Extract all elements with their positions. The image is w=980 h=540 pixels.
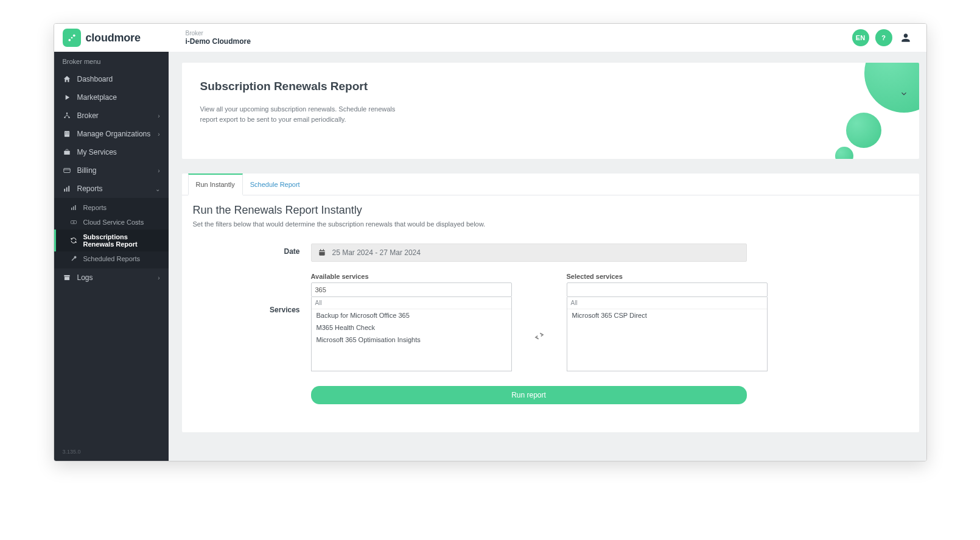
svg-rect-6: [64, 131, 69, 136]
svg-rect-14: [66, 188, 67, 192]
svg-rect-23: [319, 250, 324, 256]
building-icon: [63, 130, 71, 138]
report-panel: Run Instantly Schedule Report Run the Re…: [182, 174, 919, 432]
sidebar-sub-label: Subscriptions Renewals Report: [83, 233, 160, 248]
sidebar-sub-subscriptions-renewals-report[interactable]: Subscriptions Renewals Report: [54, 230, 169, 251]
credit-card-icon: [63, 166, 71, 175]
top-header: cloudmore Broker i-Demo Cloudmore EN ?: [54, 24, 926, 52]
calendar-icon: [312, 244, 332, 261]
list-item[interactable]: Backup for Microsoft Office 365: [312, 309, 511, 321]
home-icon: [63, 75, 71, 83]
decorative-circle: [835, 147, 853, 159]
org-breadcrumb[interactable]: Broker i-Demo Cloudmore: [169, 30, 852, 46]
selected-services-search[interactable]: [567, 282, 768, 297]
list-item[interactable]: Microsoft 365 Optimisation Insights: [312, 334, 511, 346]
sidebar-sub-label: Reports: [83, 204, 107, 211]
language-switcher[interactable]: EN: [852, 29, 869, 46]
svg-rect-13: [64, 189, 65, 192]
svg-point-1: [72, 34, 75, 37]
briefcase-icon: [63, 148, 71, 156]
brand-name: cloudmore: [86, 32, 141, 44]
sidebar-sub-cloud-service-costs[interactable]: Cloud Service Costs: [54, 215, 169, 230]
svg-point-5: [68, 117, 69, 118]
play-icon: [63, 93, 71, 102]
svg-rect-7: [65, 132, 66, 133]
services-label: Services: [204, 273, 311, 314]
svg-rect-18: [75, 205, 76, 210]
main-content: Subscription Renewals Report View all yo…: [169, 52, 926, 461]
svg-rect-9: [65, 133, 66, 134]
svg-rect-15: [68, 186, 69, 191]
sidebar-item-logs[interactable]: Logs ›: [54, 268, 169, 287]
sidebar-item-label: Manage Organizations: [77, 130, 151, 138]
svg-rect-24: [320, 249, 321, 250]
sidebar-item-reports[interactable]: Reports ⌄: [54, 180, 169, 198]
sidebar-reports-submenu: Reports Cloud Service Costs Subscription…: [54, 198, 169, 268]
svg-rect-10: [68, 133, 68, 134]
svg-point-20: [73, 222, 74, 223]
available-services-label: Available services: [311, 273, 512, 280]
sidebar-sub-scheduled-reports[interactable]: Scheduled Reports: [54, 251, 169, 266]
hero-card: Subscription Renewals Report View all yo…: [182, 63, 919, 159]
run-report-button[interactable]: Run report: [311, 386, 747, 404]
svg-rect-22: [64, 277, 69, 280]
chevron-right-icon: ›: [158, 167, 159, 174]
wrench-icon: [70, 255, 77, 262]
available-services-search[interactable]: [311, 282, 512, 297]
tabs: Run Instantly Schedule Report: [182, 174, 919, 195]
date-label: Date: [204, 244, 311, 256]
sidebar-item-label: Billing: [77, 166, 97, 175]
list-item[interactable]: M365 Health Check: [312, 321, 511, 334]
svg-rect-11: [64, 151, 69, 155]
org-label: Broker: [186, 30, 852, 37]
svg-rect-16: [71, 208, 72, 210]
list-item[interactable]: Microsoft 365 CSP Direct: [567, 309, 767, 321]
decorative-circle: [864, 63, 919, 113]
available-select-all[interactable]: All: [312, 297, 511, 309]
selected-services-list[interactable]: All Microsoft 365 CSP Direct: [567, 297, 768, 371]
chevron-right-icon: ›: [158, 275, 159, 281]
sidebar-item-label: Broker: [77, 111, 99, 120]
brand-logo[interactable]: cloudmore: [54, 29, 169, 47]
svg-rect-21: [64, 275, 69, 276]
bar-chart-icon: [70, 204, 77, 211]
user-menu-icon[interactable]: [898, 30, 913, 45]
refresh-icon: [70, 237, 77, 244]
page-description: View all your upcoming subscription rene…: [200, 104, 413, 124]
sidebar-item-dashboard[interactable]: Dashboard: [54, 70, 169, 88]
sidebar-item-label: Dashboard: [77, 75, 113, 83]
sidebar-sub-label: Cloud Service Costs: [83, 219, 144, 226]
sidebar-item-manage-organizations[interactable]: Manage Organizations ›: [54, 125, 169, 143]
sidebar-item-my-services[interactable]: My Services: [54, 143, 169, 161]
tab-run-instantly[interactable]: Run Instantly: [188, 174, 243, 195]
svg-rect-12: [63, 169, 70, 173]
svg-point-0: [68, 39, 71, 41]
org-name: i-Demo Cloudmore: [186, 37, 852, 46]
section-title: Run the Renewals Report Instantly: [193, 204, 908, 217]
date-range-value: 25 Mar 2024 - 27 Mar 2024: [332, 248, 421, 257]
available-services-list[interactable]: All Backup for Microsoft Office 365 M365…: [311, 297, 512, 371]
decorative-circle: [846, 113, 881, 148]
selected-services-label: Selected services: [567, 273, 768, 280]
tab-schedule-report[interactable]: Schedule Report: [243, 174, 307, 195]
sidebar-heading: Broker menu: [54, 52, 169, 70]
page-title: Subscription Renewals Report: [200, 80, 901, 93]
chevron-down-icon: ⌄: [155, 186, 160, 192]
sidebar-sub-reports[interactable]: Reports: [54, 200, 169, 215]
sidebar-item-billing[interactable]: Billing ›: [54, 161, 169, 180]
selected-select-all[interactable]: All: [567, 297, 767, 309]
hierarchy-icon: [63, 111, 71, 120]
svg-point-4: [64, 117, 65, 118]
sidebar-item-marketplace[interactable]: Marketplace: [54, 88, 169, 107]
collapse-hero-button[interactable]: [897, 87, 911, 100]
svg-point-3: [66, 113, 67, 114]
chevron-right-icon: ›: [158, 131, 159, 138]
help-button[interactable]: ?: [875, 29, 892, 46]
archive-icon: [63, 273, 71, 282]
svg-rect-8: [68, 132, 68, 133]
svg-rect-19: [71, 221, 76, 224]
date-range-picker[interactable]: 25 Mar 2024 - 27 Mar 2024: [311, 244, 747, 262]
sidebar-item-label: My Services: [77, 148, 117, 156]
sidebar-item-broker[interactable]: Broker ›: [54, 107, 169, 125]
swap-icon[interactable]: [534, 332, 545, 343]
